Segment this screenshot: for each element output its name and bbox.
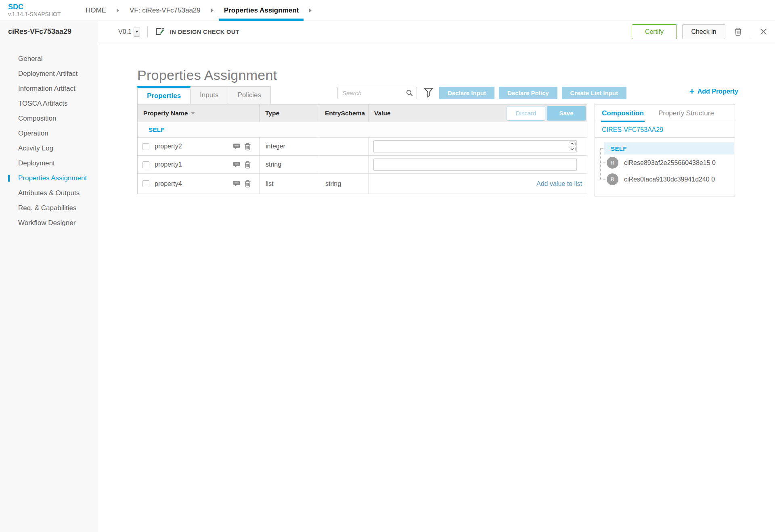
property-name: property1: [155, 161, 182, 168]
row-checkbox[interactable]: [142, 143, 149, 150]
number-spinner: [569, 142, 576, 151]
composition-tree: SELF R ciRese893af2e255660438e15 0 R ciR…: [595, 138, 735, 196]
resource-label: ciRese893af2e255660438e15 0: [624, 159, 716, 167]
add-property-button[interactable]: + Add Property: [689, 88, 738, 96]
tree-node-resource[interactable]: R ciRes0faca9130dc39941d240 0: [595, 171, 735, 188]
property-entry-schema: [319, 156, 369, 173]
discard-button[interactable]: Discard: [507, 106, 545, 121]
comment-icon[interactable]: [233, 161, 240, 168]
create-list-input-button[interactable]: Create List Input: [562, 87, 626, 99]
property1-value-input[interactable]: [374, 159, 576, 170]
lifecycle-state: IN DESIGN CHECK OUT: [170, 29, 239, 35]
delete-property-icon[interactable]: [244, 180, 251, 188]
tree-connector-line: [600, 148, 601, 179]
divider: [751, 26, 751, 38]
comment-icon[interactable]: [233, 143, 240, 150]
add-property-label: Add Property: [698, 88, 738, 95]
tree-connector-line: [600, 179, 606, 179]
decrement-button[interactable]: [569, 147, 576, 152]
sidebar-item-composition[interactable]: Composition: [0, 111, 98, 126]
tab-inputs[interactable]: Inputs: [190, 86, 228, 104]
sidebar: General Deployment Artifact Information …: [0, 42, 98, 532]
check-in-button[interactable]: Check in: [682, 24, 725, 39]
column-property-name[interactable]: Property Name: [138, 104, 260, 122]
tab-composition[interactable]: Composition: [602, 104, 644, 122]
sidebar-item-deployment[interactable]: Deployment: [0, 156, 98, 171]
sdc-logo[interactable]: SDC v.1.14.1-SNAPSHOT: [8, 3, 61, 18]
breadcrumb-arrow-icon: [309, 8, 312, 13]
resource-avatar: R: [607, 173, 618, 185]
sidebar-item-activity-log[interactable]: Activity Log: [0, 141, 98, 156]
tab-property-structure[interactable]: Property Structure: [658, 104, 714, 122]
table-row[interactable]: property4: [138, 174, 587, 194]
property-entry-schema: [319, 138, 369, 155]
filter-icon[interactable]: [424, 88, 434, 98]
composition-panel-tabs: Composition Property Structure: [595, 104, 735, 122]
row-checkbox[interactable]: [142, 161, 149, 168]
page-title: Properties Assignment: [137, 67, 277, 83]
declare-policy-button[interactable]: Declare Policy: [499, 87, 557, 99]
increment-button[interactable]: [569, 142, 576, 146]
plus-icon: +: [689, 88, 695, 96]
chevron-down-icon: [135, 31, 138, 33]
sort-arrow-icon: [191, 112, 195, 115]
breadcrumb-arrow-icon: [211, 8, 214, 13]
properties-table: Property Name Type EntrySchema Value Dis…: [137, 104, 587, 194]
value-field: [373, 159, 577, 171]
comment-icon[interactable]: [233, 180, 240, 187]
add-value-to-list-link[interactable]: Add value to list: [536, 180, 582, 188]
sidebar-item-attributes-outputs[interactable]: Attributes & Outputs: [0, 186, 98, 200]
certify-button[interactable]: Certify: [632, 24, 677, 39]
sidebar-item-tosca-artifacts[interactable]: TOSCA Artifacts: [0, 96, 98, 111]
group-row-self: SELF: [138, 122, 587, 138]
tab-policies[interactable]: Policies: [228, 86, 271, 104]
column-entry-schema: EntrySchema: [319, 104, 369, 122]
sidebar-item-workflow-designer[interactable]: Workflow Designer: [0, 215, 98, 230]
table-header: Property Name Type EntrySchema Value Dis…: [138, 104, 587, 122]
sidebar-item-general[interactable]: General: [0, 51, 98, 66]
delete-property-icon[interactable]: [244, 143, 251, 150]
table-row[interactable]: property2: [138, 138, 587, 156]
search-icon: [406, 90, 413, 96]
delete-component-icon[interactable]: [734, 27, 742, 36]
version-label: V0.1: [118, 28, 132, 35]
top-nav: SDC v.1.14.1-SNAPSHOT HOME VF: ciRes-VFc…: [0, 0, 775, 21]
in-design-pencil-icon: [155, 27, 165, 36]
row-checkbox[interactable]: [142, 180, 149, 187]
resource-label: ciRes0faca9130dc39941d240 0: [624, 176, 715, 183]
property-entry-schema: string: [319, 174, 369, 194]
app-version: v.1.14.1-SNAPSHOT: [8, 11, 61, 18]
workspace-actions: Certify Check in: [632, 24, 767, 39]
property-type: integer: [260, 138, 319, 155]
divider: [147, 26, 148, 38]
sidebar-item-deployment-artifact[interactable]: Deployment Artifact: [0, 66, 98, 81]
sidebar-item-operation[interactable]: Operation: [0, 126, 98, 141]
search-input[interactable]: [338, 90, 406, 96]
sidebar-item-information-artifact[interactable]: Information Artifact: [0, 81, 98, 96]
property-name: property2: [155, 143, 182, 150]
tree-node-resource[interactable]: R ciRese893af2e255660438e15 0: [595, 154, 735, 171]
resource-avatar: R: [607, 157, 618, 169]
declare-actions: Declare Input Declare Policy Create List…: [439, 87, 626, 99]
delete-property-icon[interactable]: [244, 161, 251, 169]
declare-input-button[interactable]: Declare Input: [439, 87, 494, 99]
close-icon[interactable]: [760, 28, 767, 35]
version-select[interactable]: [134, 27, 140, 37]
sidebar-item-req-capabilities[interactable]: Req. & Capabilities: [0, 200, 98, 215]
component-name: ciRes-VFc753aa29: [8, 27, 71, 36]
tree-node-self[interactable]: SELF: [604, 142, 734, 154]
properties-tabs: Properties Inputs Policies: [137, 86, 271, 104]
breadcrumb-properties-assignment[interactable]: Properties Assignment: [219, 0, 304, 21]
breadcrumb-vf[interactable]: VF: ciRes-VFc753aa29: [125, 0, 205, 21]
breadcrumb: HOME VF: ciRes-VFc753aa29 Properties Ass…: [81, 0, 317, 21]
search-box: [337, 87, 417, 99]
breadcrumb-arrow-icon: [117, 8, 119, 13]
table-header-buttons: Discard Save: [507, 106, 586, 121]
table-row[interactable]: property1: [138, 156, 587, 174]
tab-properties[interactable]: Properties: [137, 86, 191, 104]
sidebar-item-properties-assignment[interactable]: Properties Assignment: [0, 171, 98, 186]
property2-value-input[interactable]: [374, 141, 576, 152]
composition-component-title[interactable]: CIRES-VFC753AA29: [595, 122, 735, 138]
breadcrumb-home[interactable]: HOME: [81, 0, 111, 21]
save-button[interactable]: Save: [547, 106, 586, 121]
